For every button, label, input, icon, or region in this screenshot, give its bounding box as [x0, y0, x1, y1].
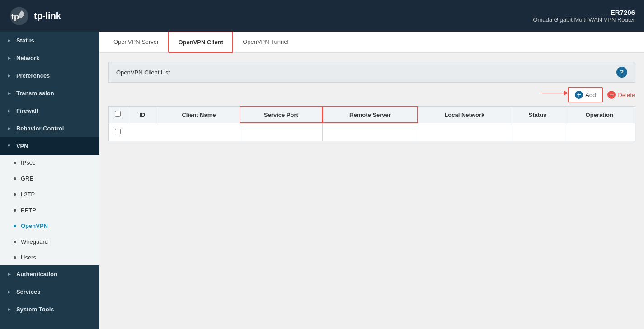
sidebar-item-label: VPN	[16, 143, 28, 149]
arrow-line	[541, 93, 564, 93]
row-id-cell	[127, 123, 158, 141]
brand-name: tp-link	[34, 11, 61, 21]
tab-openvpn-server[interactable]: OpenVPN Server	[104, 32, 168, 53]
sidebar-item-label: Firewall	[16, 107, 38, 114]
arrow-icon: ►	[7, 56, 12, 60]
tab-openvpn-tunnel[interactable]: OpenVPN Tunnel	[233, 32, 298, 53]
sub-item-label: PPTP	[21, 207, 36, 213]
select-all-checkbox[interactable]	[115, 111, 121, 117]
sidebar-item-firewall[interactable]: ► Firewall	[0, 102, 99, 120]
row-client-name-cell	[158, 123, 240, 141]
main-layout: ► Status ► Network ► Preferences ► Trans…	[0, 32, 644, 329]
dot-icon	[14, 225, 16, 227]
table-header-row: ID Client Name Service Port Remote Serve…	[109, 107, 635, 123]
sidebar-item-behavior-control[interactable]: ► Behavior Control	[0, 120, 99, 137]
sidebar-item-transmission[interactable]: ► Transmission	[0, 84, 99, 102]
dot-icon	[14, 193, 16, 196]
content-area: OpenVPN Server OpenVPN Client OpenVPN Tu…	[99, 32, 644, 329]
minus-icon: −	[607, 91, 616, 99]
client-list-table: ID Client Name Service Port Remote Serve…	[108, 106, 635, 141]
sidebar-item-label: Network	[16, 55, 39, 61]
col-service-port-header: Service Port	[240, 107, 323, 123]
sidebar-sub-gre[interactable]: GRE	[0, 171, 99, 186]
arrow-icon: ►	[7, 144, 12, 148]
arrow-icon: ►	[7, 272, 12, 277]
row-checkbox-cell	[109, 123, 127, 141]
sub-item-label: L2TP	[21, 191, 35, 198]
page-content: OpenVPN Client List ? + Add − Delete	[99, 53, 644, 329]
row-local-network-cell	[418, 123, 511, 141]
svg-text:tp: tp	[11, 12, 19, 21]
col-remote-server-header: Remote Server	[322, 107, 418, 123]
arrow-icon: ►	[7, 307, 12, 312]
sub-item-label: GRE	[21, 175, 33, 182]
dot-icon	[14, 209, 16, 212]
arrow-annotation	[541, 90, 568, 96]
arrow-icon: ►	[7, 38, 12, 43]
row-checkbox[interactable]	[115, 129, 121, 134]
arrow-icon: ►	[7, 126, 12, 131]
sidebar-item-label: Behavior Control	[16, 125, 64, 132]
sub-item-label: Users	[21, 254, 36, 261]
col-id-header: ID	[127, 107, 158, 123]
sub-item-label: Wireguard	[21, 238, 48, 245]
tp-link-logo: tp	[9, 6, 29, 26]
header: tp tp-link ER7206 Omada Gigabit Multi-WA…	[0, 0, 644, 32]
arrow-head	[564, 90, 568, 96]
sidebar-item-authentication[interactable]: ► Authentication	[0, 265, 99, 283]
sidebar-sub-ipsec[interactable]: IPsec	[0, 155, 99, 171]
section-header: OpenVPN Client List ?	[108, 62, 635, 83]
row-remote-server-cell	[322, 123, 418, 141]
section-title: OpenVPN Client List	[116, 69, 170, 76]
tab-openvpn-client[interactable]: OpenVPN Client	[168, 32, 233, 53]
tab-bar: OpenVPN Server OpenVPN Client OpenVPN Tu…	[99, 32, 644, 53]
col-status-header: Status	[511, 107, 564, 123]
sidebar-item-system-tools[interactable]: ► System Tools	[0, 301, 99, 318]
sidebar-item-services[interactable]: ► Services	[0, 283, 99, 301]
col-local-network-header: Local Network	[418, 107, 511, 123]
delete-button[interactable]: − Delete	[607, 91, 635, 99]
device-model: ER7206	[533, 9, 635, 16]
arrow-icon: ►	[7, 73, 12, 78]
add-button[interactable]: + Add	[568, 87, 603, 102]
arrow-icon: ►	[7, 108, 12, 113]
sidebar-item-network[interactable]: ► Network	[0, 49, 99, 67]
add-label: Add	[585, 92, 596, 98]
sub-item-label: IPsec	[21, 159, 36, 166]
sidebar: ► Status ► Network ► Preferences ► Trans…	[0, 32, 99, 329]
toolbar-wrapper: + Add − Delete	[108, 87, 635, 102]
sidebar-item-status[interactable]: ► Status	[0, 32, 99, 49]
sidebar-item-label: Transmission	[16, 90, 54, 97]
sidebar-sub-openvpn[interactable]: OpenVPN	[0, 218, 99, 234]
sidebar-item-label: Services	[16, 288, 41, 295]
sub-item-label: OpenVPN	[21, 222, 48, 229]
plus-icon: +	[575, 91, 583, 99]
arrow-icon: ►	[7, 91, 12, 96]
sidebar-sub-pptp[interactable]: PPTP	[0, 202, 99, 218]
sidebar-item-vpn[interactable]: ► VPN	[0, 137, 99, 155]
dot-icon	[14, 241, 16, 243]
col-client-name-header: Client Name	[158, 107, 240, 123]
dot-icon	[14, 162, 16, 164]
row-operation-cell	[564, 123, 635, 141]
sidebar-sub-wireguard[interactable]: Wireguard	[0, 234, 99, 250]
sidebar-item-label: Authentication	[16, 271, 57, 278]
logo: tp tp-link	[9, 6, 61, 26]
dot-icon	[14, 177, 16, 180]
sidebar-item-label: Status	[16, 37, 34, 44]
dot-icon	[14, 256, 16, 259]
sidebar-sub-l2tp[interactable]: L2TP	[0, 186, 99, 202]
row-service-port-cell	[240, 123, 323, 141]
sidebar-item-preferences[interactable]: ► Preferences	[0, 67, 99, 84]
device-info: ER7206 Omada Gigabit Multi-WAN VPN Route…	[533, 9, 635, 23]
device-description: Omada Gigabit Multi-WAN VPN Router	[533, 16, 635, 23]
arrow-icon: ►	[7, 289, 12, 294]
row-status-cell	[511, 123, 564, 141]
sidebar-sub-users[interactable]: Users	[0, 250, 99, 265]
sidebar-item-label: Preferences	[16, 72, 50, 79]
col-checkbox-header	[109, 107, 127, 123]
help-icon[interactable]: ?	[616, 67, 627, 78]
delete-label: Delete	[618, 92, 635, 98]
col-operation-header: Operation	[564, 107, 635, 123]
vpn-submenu: IPsec GRE L2TP PPTP OpenVPN Wireguard	[0, 155, 99, 265]
